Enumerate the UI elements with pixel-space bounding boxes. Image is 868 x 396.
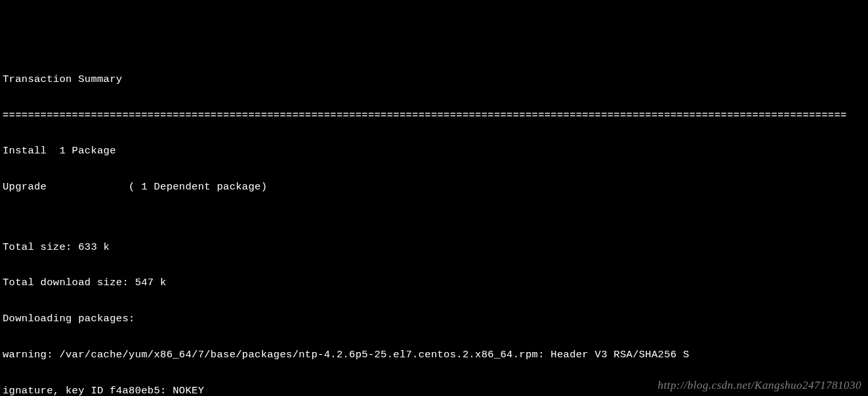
terminal-line: Downloading packages: [3,313,868,325]
terminal-line: warning: /var/cache/yum/x86_64/7/base/pa… [3,349,868,361]
terminal-line: ========================================… [3,109,868,121]
terminal-line: Upgrade ( 1 Dependent package) [3,181,868,193]
watermark-text: http://blog.csdn.net/Kangshuo2471781030 [658,379,861,392]
terminal-line: Total download size: 547 k [3,277,868,288]
terminal-line: Install 1 Package [3,145,868,157]
terminal-output: Transaction Summary ====================… [0,48,868,396]
terminal-line: Total size: 633 k [3,241,868,253]
terminal-line: Transaction Summary [3,73,868,85]
